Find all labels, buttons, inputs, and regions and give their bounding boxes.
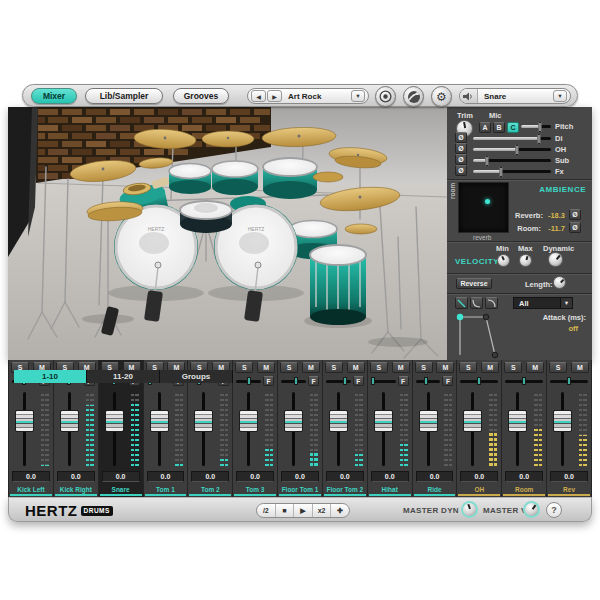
preset-prev-icon[interactable]: ◀ bbox=[251, 90, 266, 102]
oh-phase-button[interactable]: Ø bbox=[455, 143, 467, 154]
instrument-selector[interactable]: Snare ▼ bbox=[459, 88, 571, 104]
di-slider[interactable] bbox=[473, 137, 551, 140]
settings-button[interactable]: ⚙ bbox=[431, 86, 452, 107]
preset-next-icon[interactable]: ▶ bbox=[267, 90, 282, 102]
pan-slider[interactable] bbox=[371, 380, 396, 383]
channel-label[interactable]: Floor Tom 2 bbox=[324, 484, 366, 496]
pan-slider[interactable] bbox=[236, 380, 261, 383]
mute-button[interactable]: M bbox=[436, 362, 454, 373]
channel-strip-oh[interactable]: SM0.0OH bbox=[457, 360, 501, 497]
pan-thumb[interactable] bbox=[477, 377, 481, 385]
articulation-selector[interactable]: All ▼ bbox=[513, 297, 573, 309]
channel-label[interactable]: Rev bbox=[548, 484, 590, 496]
channel-label[interactable]: Ride bbox=[414, 484, 456, 496]
pan-thumb[interactable] bbox=[247, 377, 251, 385]
move-button[interactable]: ✚ bbox=[331, 504, 349, 517]
fx-button[interactable]: F bbox=[263, 376, 274, 386]
mute-button[interactable]: M bbox=[392, 362, 410, 373]
fader-handle[interactable] bbox=[553, 410, 572, 432]
tab-grooves[interactable]: Grooves bbox=[173, 88, 229, 104]
fader-handle[interactable] bbox=[329, 410, 348, 432]
pan-thumb[interactable] bbox=[343, 377, 347, 385]
mute-button[interactable]: M bbox=[302, 362, 320, 373]
reverse-button[interactable]: Reverse bbox=[456, 278, 492, 289]
di-phase-button[interactable]: Ø bbox=[455, 132, 467, 143]
channel-label[interactable]: OH bbox=[458, 484, 500, 496]
play-button[interactable]: ▶ bbox=[294, 504, 313, 517]
mute-button[interactable]: M bbox=[526, 362, 544, 373]
mute-button[interactable]: M bbox=[257, 362, 275, 373]
half-tempo-button[interactable]: /2 bbox=[257, 504, 276, 517]
envelope-start-node[interactable] bbox=[457, 314, 463, 320]
solo-button[interactable]: S bbox=[280, 362, 298, 373]
pitch-slider[interactable] bbox=[521, 125, 551, 128]
length-knob[interactable] bbox=[553, 276, 566, 289]
fx-phase-button[interactable]: Ø bbox=[455, 165, 467, 176]
ambience-xy-pad[interactable] bbox=[458, 182, 509, 233]
articulation-dropdown-icon[interactable]: ▼ bbox=[560, 298, 572, 308]
channel-label[interactable]: Tom 3 bbox=[234, 484, 276, 496]
fader-handle[interactable] bbox=[105, 410, 124, 432]
fader-handle[interactable] bbox=[60, 410, 79, 432]
velocity-max-knob[interactable] bbox=[519, 254, 532, 267]
channel-label[interactable]: Room bbox=[503, 484, 545, 496]
fader-handle[interactable] bbox=[374, 410, 393, 432]
web-button[interactable] bbox=[403, 86, 424, 107]
velocity-min-knob[interactable] bbox=[497, 254, 510, 267]
fx-button[interactable]: F bbox=[398, 376, 409, 386]
pan-thumb[interactable] bbox=[567, 377, 571, 385]
reverb-phase-button[interactable]: Ø bbox=[569, 209, 581, 220]
channel-label[interactable]: Hihat bbox=[369, 484, 411, 496]
solo-button[interactable]: S bbox=[370, 362, 388, 373]
pan-thumb[interactable] bbox=[424, 377, 428, 385]
channel-label[interactable]: Floor Tom 1 bbox=[279, 484, 321, 496]
fx-button[interactable]: F bbox=[308, 376, 319, 386]
tab-lib-sampler[interactable]: Lib/Sampler bbox=[85, 88, 163, 104]
solo-button[interactable]: S bbox=[235, 362, 253, 373]
oh-slider[interactable] bbox=[473, 148, 551, 151]
channel-strip-hihat[interactable]: SMF0.0Hihat bbox=[368, 360, 412, 497]
preset-selector[interactable]: ◀ ▶ Art Rock ▼ bbox=[247, 88, 369, 104]
fader-handle[interactable] bbox=[284, 410, 303, 432]
solo-button[interactable]: S bbox=[325, 362, 343, 373]
pan-slider[interactable] bbox=[416, 380, 441, 383]
instrument-dropdown-icon[interactable]: ▼ bbox=[553, 90, 567, 102]
mute-button[interactable]: M bbox=[571, 362, 589, 373]
pan-thumb[interactable] bbox=[522, 377, 526, 385]
fader-handle[interactable] bbox=[419, 410, 438, 432]
pan-slider[interactable] bbox=[550, 380, 588, 383]
pan-thumb[interactable] bbox=[294, 377, 298, 385]
mute-button[interactable]: M bbox=[481, 362, 499, 373]
room-phase-button[interactable]: Ø bbox=[569, 222, 581, 233]
channel-strip-room[interactable]: SM0.0Room bbox=[502, 360, 546, 497]
sub-slider[interactable] bbox=[473, 159, 551, 162]
mic-a-button[interactable]: A bbox=[479, 122, 491, 133]
ambience-xy-dot[interactable] bbox=[485, 199, 490, 204]
solo-button[interactable]: S bbox=[459, 362, 477, 373]
mic-b-button[interactable]: B bbox=[493, 122, 505, 133]
solo-button[interactable]: S bbox=[504, 362, 522, 373]
mixer-bank-tab-groups[interactable]: Groups bbox=[160, 370, 233, 383]
solo-button[interactable]: S bbox=[415, 362, 433, 373]
fader-handle[interactable] bbox=[463, 410, 482, 432]
channel-strip-rev[interactable]: SM0.0Rev bbox=[547, 360, 591, 497]
fx-slider[interactable] bbox=[473, 170, 551, 173]
drum-kit-stage[interactable]: HERTZ HERTZ bbox=[8, 107, 447, 360]
envelope-graph[interactable] bbox=[449, 307, 519, 359]
tab-mixer[interactable]: Mixer bbox=[31, 88, 77, 104]
double-tempo-button[interactable]: x2 bbox=[313, 504, 332, 517]
pan-slider[interactable] bbox=[281, 380, 306, 383]
fx-button[interactable]: F bbox=[353, 376, 364, 386]
fader-handle[interactable] bbox=[239, 410, 258, 432]
mixer-bank-tab-1-10[interactable]: 1-10 bbox=[14, 370, 87, 383]
channel-strip-floor-tom-1[interactable]: SMF0.0Floor Tom 1 bbox=[278, 360, 322, 497]
pan-thumb[interactable] bbox=[371, 377, 375, 385]
solo-button[interactable]: S bbox=[549, 362, 567, 373]
mic-c-button[interactable]: C bbox=[507, 122, 519, 133]
sub-phase-button[interactable]: Ø bbox=[455, 154, 467, 165]
fader-handle[interactable] bbox=[194, 410, 213, 432]
channel-label[interactable]: Tom 2 bbox=[189, 484, 231, 496]
channel-strip-ride[interactable]: SMF0.0Ride bbox=[413, 360, 457, 497]
master-vol-knob[interactable] bbox=[523, 501, 540, 518]
pan-slider[interactable] bbox=[505, 380, 543, 383]
